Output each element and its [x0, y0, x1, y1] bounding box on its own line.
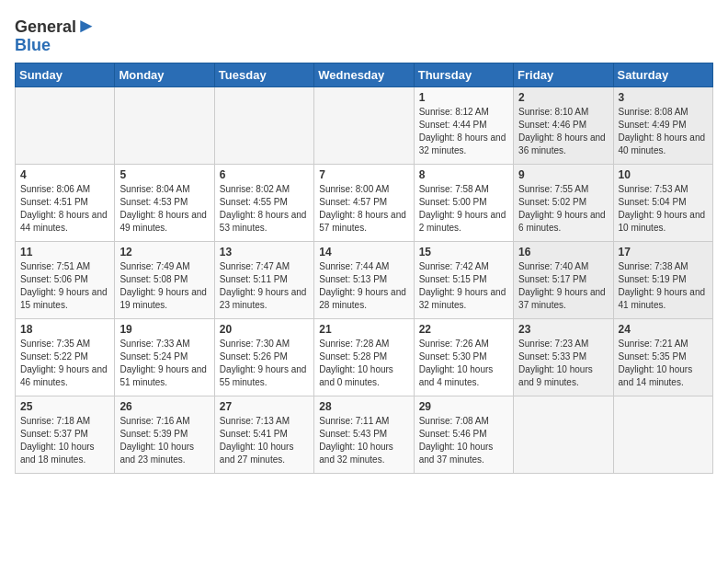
day-number: 11: [20, 246, 109, 259]
day-number: 19: [119, 323, 209, 336]
day-number: 22: [419, 323, 508, 336]
calendar-cell: [16, 86, 115, 164]
calendar-cell: [115, 86, 214, 164]
day-number: 25: [20, 400, 109, 413]
day-number: 3: [619, 91, 708, 104]
day-info: Sunrise: 8:00 AM Sunset: 4:57 PM Dayligh…: [319, 183, 408, 235]
calendar-cell: [214, 86, 313, 164]
calendar-cell: 15Sunrise: 7:42 AM Sunset: 5:15 PM Dayli…: [414, 241, 513, 318]
day-info: Sunrise: 7:35 AM Sunset: 5:22 PM Dayligh…: [20, 338, 109, 389]
calendar-cell: 23Sunrise: 7:23 AM Sunset: 5:33 PM Dayli…: [514, 318, 613, 396]
calendar-cell: 26Sunrise: 7:16 AM Sunset: 5:39 PM Dayli…: [115, 396, 214, 473]
calendar-cell: [314, 86, 414, 164]
logo-general-text: General: [15, 17, 76, 36]
day-info: Sunrise: 7:16 AM Sunset: 5:39 PM Dayligh…: [119, 415, 209, 466]
day-info: Sunrise: 7:18 AM Sunset: 5:37 PM Dayligh…: [20, 415, 109, 466]
day-number: 24: [619, 323, 708, 336]
calendar-cell: [613, 396, 712, 473]
day-info: Sunrise: 7:40 AM Sunset: 5:17 PM Dayligh…: [518, 260, 608, 312]
day-number: 13: [220, 246, 309, 259]
calendar-cell: 5Sunrise: 8:04 AM Sunset: 4:53 PM Daylig…: [115, 164, 214, 241]
day-info: Sunrise: 7:38 AM Sunset: 5:19 PM Dayligh…: [619, 260, 708, 312]
calendar-cell: 8Sunrise: 7:58 AM Sunset: 5:00 PM Daylig…: [414, 164, 513, 241]
day-number: 10: [619, 168, 708, 181]
calendar-week-4: 18Sunrise: 7:35 AM Sunset: 5:22 PM Dayli…: [16, 318, 713, 396]
day-info: Sunrise: 7:33 AM Sunset: 5:24 PM Dayligh…: [119, 338, 209, 389]
day-number: 29: [419, 400, 508, 413]
day-info: Sunrise: 7:21 AM Sunset: 5:35 PM Dayligh…: [619, 338, 708, 389]
day-info: Sunrise: 7:30 AM Sunset: 5:26 PM Dayligh…: [220, 338, 309, 389]
day-info: Sunrise: 8:04 AM Sunset: 4:53 PM Dayligh…: [119, 183, 209, 235]
day-number: 2: [518, 91, 608, 104]
calendar-cell: 9Sunrise: 7:55 AM Sunset: 5:02 PM Daylig…: [514, 164, 613, 241]
calendar-cell: 17Sunrise: 7:38 AM Sunset: 5:19 PM Dayli…: [613, 241, 712, 318]
calendar-cell: 25Sunrise: 7:18 AM Sunset: 5:37 PM Dayli…: [16, 396, 115, 473]
calendar-cell: 7Sunrise: 8:00 AM Sunset: 4:57 PM Daylig…: [314, 164, 414, 241]
day-info: Sunrise: 7:58 AM Sunset: 5:00 PM Dayligh…: [419, 183, 508, 235]
calendar-cell: 19Sunrise: 7:33 AM Sunset: 5:24 PM Dayli…: [115, 318, 214, 396]
day-number: 1: [419, 91, 508, 104]
calendar-cell: 11Sunrise: 7:51 AM Sunset: 5:06 PM Dayli…: [16, 241, 115, 318]
day-number: 9: [518, 168, 608, 181]
calendar-cell: 3Sunrise: 8:08 AM Sunset: 4:49 PM Daylig…: [613, 86, 712, 164]
logo: General► Blue: [15, 15, 97, 55]
day-info: Sunrise: 8:10 AM Sunset: 4:46 PM Dayligh…: [518, 106, 608, 157]
calendar-cell: 4Sunrise: 8:06 AM Sunset: 4:51 PM Daylig…: [16, 164, 115, 241]
calendar-cell: 1Sunrise: 8:12 AM Sunset: 4:44 PM Daylig…: [414, 86, 513, 164]
header: General► Blue: [15, 15, 713, 55]
calendar-header-row: SundayMondayTuesdayWednesdayThursdayFrid…: [16, 63, 713, 86]
day-info: Sunrise: 7:51 AM Sunset: 5:06 PM Dayligh…: [20, 260, 109, 312]
day-header-saturday: Saturday: [613, 63, 712, 86]
day-info: Sunrise: 7:55 AM Sunset: 5:02 PM Dayligh…: [518, 183, 608, 235]
day-number: 15: [419, 246, 508, 259]
calendar-cell: 20Sunrise: 7:30 AM Sunset: 5:26 PM Dayli…: [214, 318, 313, 396]
day-info: Sunrise: 8:08 AM Sunset: 4:49 PM Dayligh…: [619, 106, 708, 157]
calendar-week-2: 4Sunrise: 8:06 AM Sunset: 4:51 PM Daylig…: [16, 164, 713, 241]
day-info: Sunrise: 8:12 AM Sunset: 4:44 PM Dayligh…: [419, 106, 508, 157]
day-header-sunday: Sunday: [16, 63, 115, 86]
calendar-cell: 29Sunrise: 7:08 AM Sunset: 5:46 PM Dayli…: [414, 396, 513, 473]
day-info: Sunrise: 8:02 AM Sunset: 4:55 PM Dayligh…: [220, 183, 309, 235]
day-header-wednesday: Wednesday: [314, 63, 414, 86]
day-number: 12: [119, 246, 209, 259]
logo-arrow-icon: ►: [76, 14, 97, 37]
day-header-thursday: Thursday: [414, 63, 513, 86]
day-number: 20: [220, 323, 309, 336]
day-number: 21: [319, 323, 408, 336]
day-info: Sunrise: 7:26 AM Sunset: 5:30 PM Dayligh…: [419, 338, 508, 389]
day-info: Sunrise: 7:47 AM Sunset: 5:11 PM Dayligh…: [220, 260, 309, 312]
day-number: 28: [319, 400, 408, 413]
calendar-cell: 16Sunrise: 7:40 AM Sunset: 5:17 PM Dayli…: [514, 241, 613, 318]
day-number: 23: [518, 323, 608, 336]
day-number: 16: [518, 246, 608, 259]
calendar-cell: [514, 396, 613, 473]
day-number: 8: [419, 168, 508, 181]
calendar-body: 1Sunrise: 8:12 AM Sunset: 4:44 PM Daylig…: [16, 86, 713, 473]
day-info: Sunrise: 7:42 AM Sunset: 5:15 PM Dayligh…: [419, 260, 508, 312]
calendar-cell: 24Sunrise: 7:21 AM Sunset: 5:35 PM Dayli…: [613, 318, 712, 396]
calendar-cell: 2Sunrise: 8:10 AM Sunset: 4:46 PM Daylig…: [514, 86, 613, 164]
day-info: Sunrise: 7:49 AM Sunset: 5:08 PM Dayligh…: [119, 260, 209, 312]
day-header-tuesday: Tuesday: [214, 63, 313, 86]
calendar-cell: 22Sunrise: 7:26 AM Sunset: 5:30 PM Dayli…: [414, 318, 513, 396]
day-number: 6: [220, 168, 309, 181]
day-info: Sunrise: 7:44 AM Sunset: 5:13 PM Dayligh…: [319, 260, 408, 312]
day-info: Sunrise: 7:53 AM Sunset: 5:04 PM Dayligh…: [619, 183, 708, 235]
day-number: 26: [119, 400, 209, 413]
calendar-cell: 14Sunrise: 7:44 AM Sunset: 5:13 PM Dayli…: [314, 241, 414, 318]
day-number: 27: [220, 400, 309, 413]
day-number: 4: [20, 168, 109, 181]
calendar-cell: 27Sunrise: 7:13 AM Sunset: 5:41 PM Dayli…: [214, 396, 313, 473]
day-number: 18: [20, 323, 109, 336]
calendar-cell: 13Sunrise: 7:47 AM Sunset: 5:11 PM Dayli…: [214, 241, 313, 318]
day-info: Sunrise: 7:13 AM Sunset: 5:41 PM Dayligh…: [220, 415, 309, 466]
calendar-week-5: 25Sunrise: 7:18 AM Sunset: 5:37 PM Dayli…: [16, 396, 713, 473]
calendar-week-3: 11Sunrise: 7:51 AM Sunset: 5:06 PM Dayli…: [16, 241, 713, 318]
day-number: 7: [319, 168, 408, 181]
calendar-cell: 18Sunrise: 7:35 AM Sunset: 5:22 PM Dayli…: [16, 318, 115, 396]
calendar-cell: 10Sunrise: 7:53 AM Sunset: 5:04 PM Dayli…: [613, 164, 712, 241]
calendar-table: SundayMondayTuesdayWednesdayThursdayFrid…: [15, 63, 713, 474]
day-number: 5: [119, 168, 209, 181]
day-info: Sunrise: 7:08 AM Sunset: 5:46 PM Dayligh…: [419, 415, 508, 466]
day-info: Sunrise: 7:23 AM Sunset: 5:33 PM Dayligh…: [518, 338, 608, 389]
